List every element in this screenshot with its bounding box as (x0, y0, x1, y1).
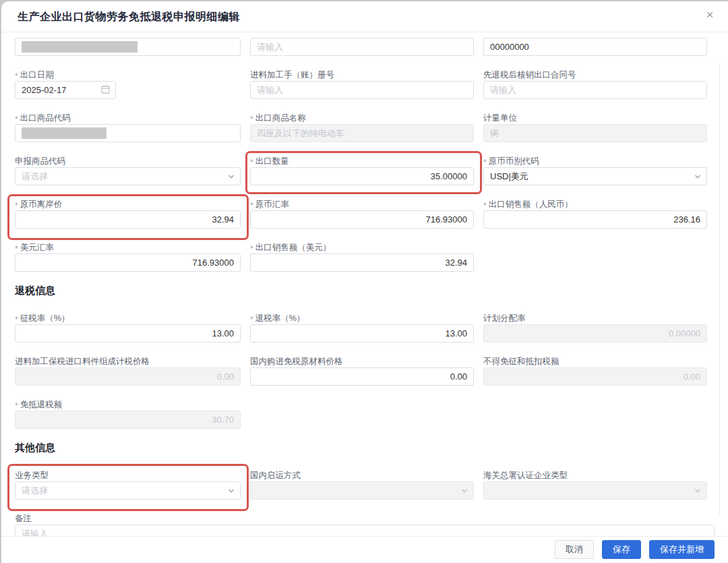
field-label: 不得免征和抵扣税额 (483, 356, 559, 367)
usd-rate-input[interactable]: 716.93000 (15, 254, 241, 272)
input-placeholder: 请输入 (490, 84, 516, 96)
unit-input: 辆 (483, 124, 707, 142)
select-placeholder: 请选择 (22, 171, 48, 183)
required-marker: * (250, 315, 253, 324)
field-label: 原币离岸价 (20, 199, 63, 210)
top-mid-input[interactable]: 请输入 (250, 38, 474, 56)
chevron-down-icon (228, 173, 235, 180)
top-right-input[interactable]: 00000000 (483, 38, 707, 56)
input-value: 0.00 (450, 372, 467, 382)
form-row: * 出口日期 2025-02-17 进料加工手（账）册号 请输入 (15, 69, 715, 99)
select-placeholder: 请选择 (22, 485, 48, 497)
export-commodity-code-input[interactable] (15, 124, 241, 142)
chevron-down-icon (694, 173, 701, 180)
form-row: 申报商品代码 请选择 * 出口数量 35.00000 (15, 155, 715, 185)
input-value: 13.00 (445, 328, 467, 338)
field-tax-refund-rate: * 退税率（%） 13.00 (250, 312, 474, 343)
required-marker: * (250, 244, 253, 254)
required-marker: * (15, 401, 18, 411)
input-value: 35.00000 (431, 171, 467, 181)
domestic-tax-free-material-price-input[interactable]: 0.00 (250, 367, 474, 386)
field-label: 出口数量 (255, 156, 289, 167)
form-row: * 免抵退税额 30.70 (15, 398, 715, 429)
input-value: 13.00 (212, 328, 234, 338)
input-value: 32.94 (212, 214, 234, 225)
form-row: * 出口商品代码 * 出口商品名称 四座及以下的纯电动车 计量单位 (15, 112, 715, 142)
required-marker: * (15, 315, 18, 324)
field-fob-price: * 原币离岸价 32.94 (15, 198, 241, 229)
field-label: 申报商品代码 (15, 156, 65, 167)
export-quantity-input[interactable]: 35.00000 (250, 167, 474, 185)
dialog-footer: 取消 保存 保存并新增 (1, 536, 728, 563)
cancel-button[interactable]: 取消 (555, 540, 594, 559)
select-value: USD|美元 (490, 171, 528, 183)
required-marker: * (250, 158, 253, 167)
input-value: 辆 (490, 127, 499, 140)
field-customs-certified-enterprise-type: 海关总署认证企业类型 (483, 469, 707, 500)
field-label: 征税率（%） (20, 313, 70, 324)
field-label: 出口销售额（美元） (255, 242, 332, 254)
field-export-quantity: * 出口数量 35.00000 (250, 155, 474, 185)
export-sales-usd-input[interactable]: 32.94 (250, 254, 474, 272)
tax-refund-rate-input[interactable]: 13.00 (250, 324, 474, 343)
field-export-commodity-code: * 出口商品代码 (15, 112, 241, 142)
field-business-type: 业务类型 请选择 (15, 469, 241, 500)
refund-first-contract-no-input[interactable]: 请输入 (483, 81, 707, 99)
field-export-commodity-name: * 出口商品名称 四座及以下的纯电动车 (250, 112, 474, 142)
field-unit: 计量单位 辆 (483, 112, 707, 142)
field-label: 出口日期 (20, 69, 54, 81)
required-marker: * (250, 201, 253, 210)
declare-commodity-code-select[interactable]: 请选择 (15, 167, 241, 185)
processing-handbook-no-input[interactable]: 请输入 (250, 81, 474, 99)
field-processing-handbook-no: 进料加工手（账）册号 请输入 (250, 69, 474, 99)
input-placeholder: 请输入 (257, 41, 283, 53)
customs-certified-enterprise-type-select (483, 481, 707, 500)
scrollbar-track[interactable] (719, 63, 720, 516)
input-value: 32.94 (445, 258, 467, 268)
export-sales-rmb-input[interactable]: 236.16 (483, 210, 707, 229)
field-tax-levy-rate: * 征税率（%） 13.00 (15, 312, 241, 343)
chevron-down-icon (694, 487, 701, 494)
top-left-input[interactable] (15, 38, 241, 56)
input-value: 236.16 (673, 214, 700, 225)
domestic-shipment-mode-select (250, 481, 474, 500)
field-refund-first-contract-no: 先退税后核销出口合同号 请输入 (483, 69, 707, 99)
close-icon[interactable]: × (701, 7, 719, 24)
input-value: 0.00 (217, 372, 234, 382)
field-top-mid: 请输入 (250, 38, 474, 56)
export-date-input[interactable]: 2025-02-17 (15, 81, 116, 99)
field-label: 海关总署认证企业类型 (483, 470, 568, 481)
fob-price-input[interactable]: 32.94 (15, 210, 241, 229)
redacted-value (22, 127, 107, 139)
input-value: 00000000 (490, 42, 529, 52)
field-top-right: 00000000 (483, 38, 707, 56)
currency-code-select[interactable]: USD|美元 (483, 167, 707, 185)
field-non-exempt-deductible-tax: 不得免征和抵扣税额 0.00 (483, 355, 707, 386)
field-domestic-shipment-mode: 国内启运方式 (250, 469, 474, 500)
field-domestic-tax-free-material-price: 国内购进免税原材料价格 0.00 (250, 355, 474, 386)
field-currency-code: * 原币币别代码 USD|美元 (483, 155, 707, 185)
input-placeholder: 请输入 (257, 84, 283, 96)
field-top-left (15, 38, 241, 56)
field-label: 出口商品名称 (255, 113, 306, 124)
required-marker: * (483, 158, 487, 167)
field-label: 退税率（%） (255, 313, 305, 324)
save-and-add-button[interactable]: 保存并新增 (649, 540, 715, 559)
chevron-down-icon (461, 487, 468, 494)
form-row: * 美元汇率 716.93000 * 出口销售额（美元） 32.94 (15, 241, 715, 272)
field-label: 免抵退税额 (20, 399, 63, 411)
business-type-select[interactable]: 请选择 (15, 481, 241, 500)
field-label: 原币币别代码 (489, 156, 539, 167)
exempt-credit-refund-tax-input: 30.70 (15, 411, 241, 429)
tax-levy-rate-input[interactable]: 13.00 (15, 324, 241, 343)
field-label: 美元汇率 (20, 242, 54, 254)
field-label: 国内启运方式 (250, 470, 301, 481)
currency-rate-input[interactable]: 716.93000 (250, 210, 474, 229)
field-currency-rate: * 原币汇率 716.93000 (250, 198, 474, 229)
field-label: 计划分配率 (483, 313, 526, 324)
field-exempt-credit-refund-tax: * 免抵退税额 30.70 (15, 398, 241, 429)
section-heading-other: 其他信息 (15, 442, 715, 454)
save-button[interactable]: 保存 (602, 540, 641, 559)
calendar-icon (101, 85, 110, 96)
field-label: 出口商品代码 (20, 113, 71, 124)
